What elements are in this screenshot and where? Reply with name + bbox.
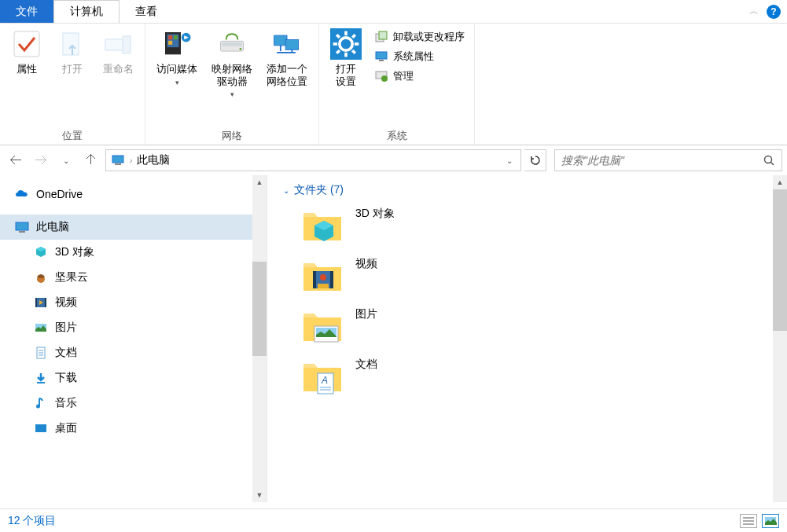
svg-line-27 (352, 35, 355, 38)
rename-button[interactable]: 重命名 (97, 27, 138, 77)
folder-pictures[interactable]: 图片 (300, 306, 771, 345)
folder-documents[interactable]: A 文档 (300, 356, 771, 395)
svg-rect-11 (222, 42, 241, 46)
uninstall-label: 卸载或更改程序 (393, 30, 465, 44)
tree-desktop[interactable]: 桌面 (0, 416, 267, 441)
svg-point-50 (36, 405, 40, 409)
tree-label: 桌面 (55, 421, 77, 435)
access-media-label: 访问媒体 (156, 63, 197, 75)
onedrive-icon (14, 186, 30, 202)
item-count: 12 个项目 (8, 514, 56, 528)
refresh-button[interactable] (524, 149, 546, 171)
gear-icon (330, 28, 362, 60)
folder-videos[interactable]: 视频 (300, 255, 771, 295)
ribbon: 属性 打开 重命名 位置 访问媒体 (0, 24, 787, 145)
video-icon (33, 295, 49, 310)
svg-rect-34 (112, 156, 123, 163)
svg-point-55 (320, 274, 326, 281)
tab-computer[interactable]: 计算机 (53, 0, 120, 23)
tab-file[interactable]: 文件 (0, 0, 53, 23)
scroll-up-icon[interactable]: ▲ (252, 175, 267, 189)
group-label-system: 系统 (325, 127, 468, 143)
network-location-icon (271, 28, 303, 60)
svg-rect-31 (379, 60, 384, 61)
content-scrollbar[interactable]: ▲ (773, 175, 787, 502)
add-network-location-button[interactable]: 添加一个 网络位置 (262, 27, 312, 89)
access-media-button[interactable]: 访问媒体 ▾ (152, 27, 202, 88)
manage-label: 管理 (393, 69, 414, 83)
folder-icon (300, 205, 344, 244)
tree-videos[interactable]: 视频 (0, 290, 267, 315)
tree-pictures[interactable]: 图片 (0, 315, 267, 340)
ribbon-group-network: 访问媒体 ▾ 映射网络 驱动器 ▾ 添加一个 网络位置 网络 (145, 24, 319, 145)
chevron-down-icon: ⌄ (283, 186, 289, 195)
tree-label: 坚果云 (55, 270, 88, 284)
tree-label: OneDrive (36, 188, 83, 200)
thispc-icon (111, 153, 125, 167)
open-settings-label: 打开 设置 (336, 63, 356, 87)
navigation-bar: 🡠 🡢 ⌄ 🡡 › 此电脑 ⌄ (0, 145, 787, 175)
scroll-thumb[interactable] (773, 189, 787, 331)
address-dropdown-icon[interactable]: ⌄ (503, 156, 516, 165)
media-server-icon (161, 28, 193, 60)
up-button[interactable]: 🡡 (80, 149, 102, 171)
tree-label: 视频 (55, 295, 77, 310)
dropdown-icon: ▾ (175, 79, 179, 87)
svg-rect-29 (379, 31, 387, 39)
svg-rect-51 (35, 424, 46, 432)
checkmark-icon (11, 28, 42, 60)
ribbon-tabbar: 文件 计算机 查看 ︿ ? (0, 0, 787, 24)
svg-rect-7 (174, 35, 178, 39)
search-input[interactable] (561, 154, 763, 167)
tab-view[interactable]: 查看 (120, 0, 173, 23)
svg-rect-8 (168, 41, 172, 45)
help-icon[interactable]: ? (767, 5, 781, 19)
forward-button[interactable]: 🡢 (30, 149, 52, 171)
system-properties-button[interactable]: 系统属性 (371, 48, 468, 65)
tree-downloads[interactable]: 下载 (0, 365, 267, 391)
tree-music[interactable]: 音乐 (0, 391, 267, 416)
sidebar-scrollbar[interactable]: ▲ ▼ (252, 175, 267, 502)
folder-label: 视频 (355, 255, 377, 271)
address-bar[interactable]: › 此电脑 ⌄ (105, 149, 521, 171)
search-box[interactable] (554, 149, 782, 171)
svg-point-12 (240, 48, 242, 50)
view-large-icons-button[interactable] (762, 514, 779, 528)
tree-3d-objects[interactable]: 3D 对象 (0, 240, 267, 265)
open-settings-button[interactable]: 打开 设置 (325, 27, 366, 89)
group-header-folders[interactable]: ⌄ 文件夹 (7) (283, 183, 771, 197)
properties-button[interactable]: 属性 (6, 27, 47, 77)
uninstall-programs-button[interactable]: 卸载或更改程序 (371, 28, 468, 46)
svg-rect-39 (19, 231, 25, 233)
history-dropdown[interactable]: ⌄ (55, 149, 77, 171)
back-button[interactable]: 🡠 (5, 149, 27, 171)
group-label-location: 位置 (6, 127, 138, 143)
svg-rect-42 (35, 298, 37, 307)
open-button[interactable]: 打开 (52, 27, 93, 77)
view-details-button[interactable] (740, 514, 757, 528)
collapse-ribbon-icon[interactable]: ︿ (749, 5, 759, 18)
search-icon[interactable] (763, 154, 775, 167)
svg-rect-38 (16, 222, 28, 230)
map-drive-label: 映射网络 驱动器 (211, 63, 252, 87)
tree-onedrive[interactable]: OneDrive (0, 182, 267, 207)
tree-thispc[interactable]: 此电脑 (0, 215, 267, 240)
tree-documents[interactable]: 文档 (0, 340, 267, 365)
tree-label: 图片 (55, 321, 77, 335)
tree-jianguoyun[interactable]: 坚果云 (0, 265, 267, 290)
scroll-up-icon[interactable]: ▲ (773, 175, 787, 189)
scroll-thumb[interactable] (252, 262, 267, 356)
svg-line-24 (336, 35, 340, 38)
svg-line-37 (771, 163, 774, 166)
svg-rect-3 (123, 36, 131, 53)
folder-icon: A (300, 356, 344, 395)
folder-label: 图片 (355, 306, 377, 321)
manage-button[interactable]: 管理 (371, 68, 468, 85)
folder-3d-objects[interactable]: 3D 对象 (300, 205, 771, 244)
folder-label: 3D 对象 (355, 205, 395, 221)
scroll-down-icon[interactable]: ▼ (252, 488, 267, 502)
map-drive-button[interactable]: 映射网络 驱动器 ▾ (207, 27, 257, 101)
picture-icon (33, 320, 49, 336)
svg-point-33 (381, 75, 388, 82)
thispc-icon (14, 219, 30, 235)
